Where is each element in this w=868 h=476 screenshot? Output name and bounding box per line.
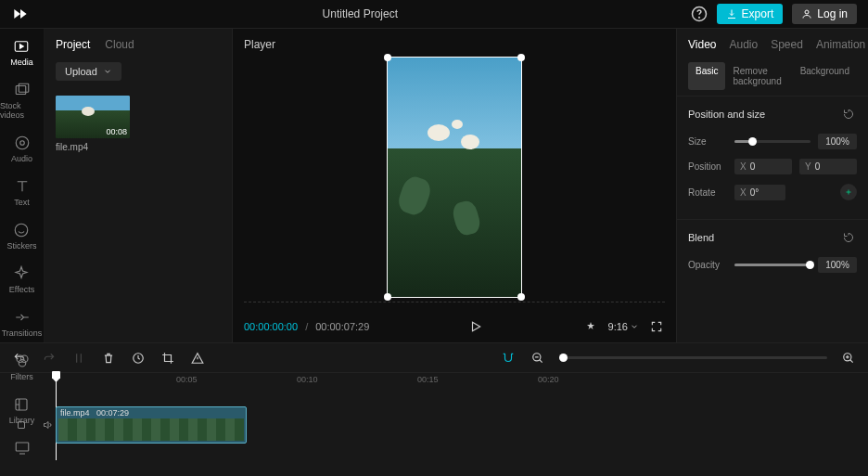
crop-button[interactable] xyxy=(160,350,176,367)
resize-handle-bl[interactable] xyxy=(384,293,391,301)
prop-tab-audio[interactable]: Audio xyxy=(729,38,758,51)
svg-point-11 xyxy=(19,360,26,367)
zoom-out-button[interactable] xyxy=(530,350,546,367)
svg-point-10 xyxy=(20,355,28,363)
rail-text[interactable]: Text xyxy=(14,178,31,207)
tool-rail: Media Stock videos Audio Text Stickers E… xyxy=(0,29,45,342)
media-panel: Project Cloud Upload 00:08 file.mp4 xyxy=(45,29,233,342)
track-mute-icon[interactable] xyxy=(39,417,56,433)
fullscreen-button[interactable] xyxy=(648,318,665,335)
section-blend: Blend xyxy=(688,232,714,243)
resize-handle-tr[interactable] xyxy=(517,54,525,61)
subtab-basic[interactable]: Basic xyxy=(688,62,725,90)
speed-tool-button[interactable] xyxy=(130,350,147,367)
player-title: Player xyxy=(233,29,676,55)
prop-tab-video[interactable]: Video xyxy=(688,38,716,51)
rail-stickers[interactable]: Stickers xyxy=(6,222,36,251)
opacity-slider[interactable] xyxy=(734,264,811,266)
warning-icon[interactable] xyxy=(189,350,206,367)
svg-point-7 xyxy=(19,141,24,146)
position-y-input[interactable]: Y0 xyxy=(799,159,857,174)
timeline-ruler[interactable]: 00:05 00:10 00:15 00:20 xyxy=(56,373,868,390)
resize-handle-br[interactable] xyxy=(517,293,525,301)
current-time: 00:00:00:00 xyxy=(244,321,298,332)
total-time: 00:00:07:29 xyxy=(315,321,369,332)
upload-button[interactable]: Upload xyxy=(56,62,121,81)
rotate-reset-button[interactable] xyxy=(840,184,857,200)
prop-tab-speed[interactable]: Speed xyxy=(771,38,803,51)
svg-rect-17 xyxy=(19,422,25,429)
svg-point-1 xyxy=(698,17,699,18)
preview-canvas[interactable] xyxy=(387,57,522,298)
login-button[interactable]: Log in xyxy=(792,4,857,24)
play-button[interactable] xyxy=(467,318,484,335)
player-scrubber[interactable] xyxy=(244,302,665,313)
media-tab-project[interactable]: Project xyxy=(56,38,90,51)
help-icon[interactable] xyxy=(691,6,708,22)
media-item[interactable]: 00:08 file.mp4 xyxy=(45,90,232,158)
subtab-background[interactable]: Background xyxy=(793,62,857,90)
rail-stock-videos[interactable]: Stock videos xyxy=(0,82,44,120)
track-lock-icon[interactable] xyxy=(13,417,30,433)
topbar: Untitled Project Export Log in xyxy=(0,0,868,29)
rotate-input[interactable]: X0° xyxy=(734,185,785,200)
svg-point-6 xyxy=(16,136,29,149)
svg-rect-5 xyxy=(19,84,29,92)
rail-effects[interactable]: Effects xyxy=(9,265,34,294)
export-button[interactable]: Export xyxy=(717,4,784,24)
prop-tab-animation[interactable]: Animation xyxy=(816,38,865,51)
media-item-duration: 00:08 xyxy=(106,127,127,136)
delete-button[interactable] xyxy=(100,350,117,367)
svg-point-2 xyxy=(805,10,809,14)
section-position-size: Position and size xyxy=(688,109,765,120)
reset-position-icon[interactable] xyxy=(840,106,857,122)
reset-blend-icon[interactable] xyxy=(840,229,857,246)
resize-handle-tl[interactable] xyxy=(384,54,391,61)
zoom-in-button[interactable] xyxy=(840,350,857,367)
redo-button[interactable] xyxy=(41,350,57,367)
media-tab-cloud[interactable]: Cloud xyxy=(105,38,134,51)
size-slider[interactable] xyxy=(734,140,811,143)
aspect-ratio-dropdown[interactable]: 9:16 xyxy=(608,321,639,332)
split-button[interactable] xyxy=(70,350,87,367)
project-title[interactable]: Untitled Project xyxy=(323,7,398,20)
snap-button[interactable] xyxy=(500,350,517,367)
opacity-value[interactable]: 100% xyxy=(818,257,857,273)
rail-media[interactable]: Media xyxy=(10,38,33,67)
media-item-name: file.mp4 xyxy=(56,142,221,152)
timeline: 00:05 00:10 00:15 00:20 file.mp4 00: xyxy=(0,342,868,476)
position-x-input[interactable]: X0 xyxy=(734,159,792,174)
quality-icon[interactable] xyxy=(582,318,599,335)
player-panel: Player 00:00:00:00 / xyxy=(233,29,677,342)
app-logo[interactable] xyxy=(11,5,30,23)
rail-audio[interactable]: Audio xyxy=(11,135,32,163)
svg-point-8 xyxy=(16,224,29,237)
timeline-clip[interactable]: file.mp4 00:07:29 xyxy=(56,406,247,444)
rail-transitions[interactable]: Transitions xyxy=(2,309,43,338)
zoom-slider[interactable] xyxy=(559,356,827,359)
subtab-remove-bg[interactable]: Remove background xyxy=(725,62,792,90)
size-value[interactable]: 100% xyxy=(818,134,857,149)
svg-rect-4 xyxy=(16,86,26,95)
properties-panel: Video Audio Speed Animation Basic Remove… xyxy=(677,29,868,342)
